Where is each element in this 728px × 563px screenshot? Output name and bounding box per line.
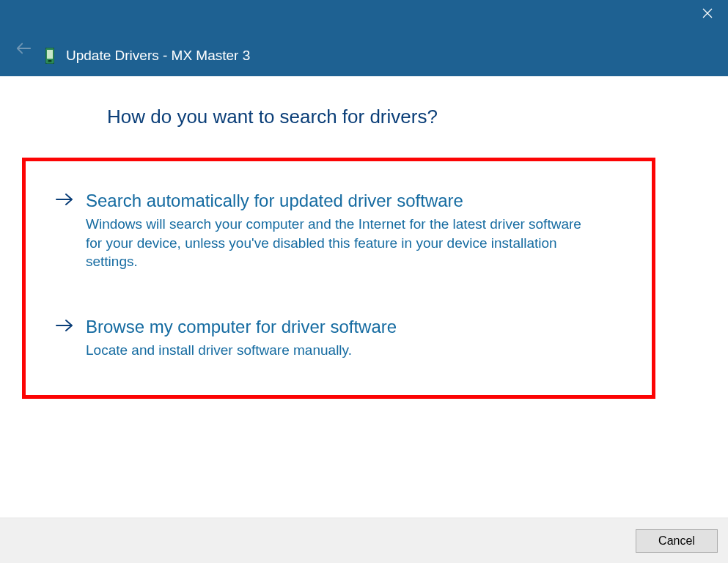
option-title: Browse my computer for driver software [86, 315, 622, 338]
options-highlight-box: Search automatically for updated driver … [22, 158, 655, 399]
window-title: Update Drivers - MX Master 3 [66, 48, 250, 64]
option-search-automatically[interactable]: Search automatically for updated driver … [55, 189, 622, 271]
device-icon [44, 47, 56, 65]
svg-rect-4 [47, 50, 53, 59]
dialog-footer: Cancel [0, 518, 728, 563]
wizard-content: How do you want to search for drivers? S… [0, 76, 728, 399]
close-icon [702, 8, 713, 21]
title-bar: Update Drivers - MX Master 3 [0, 0, 728, 76]
back-arrow-icon [15, 40, 32, 59]
arrow-right-icon [55, 192, 76, 210]
option-description: Windows will search your computer and th… [86, 215, 599, 271]
svg-rect-5 [48, 60, 52, 62]
option-description: Locate and install driver software manua… [86, 341, 599, 360]
option-title: Search automatically for updated driver … [86, 189, 622, 212]
close-button[interactable] [693, 3, 722, 26]
back-button [13, 40, 34, 60]
arrow-right-icon [55, 318, 76, 336]
page-heading: How do you want to search for drivers? [0, 106, 728, 128]
option-browse-computer[interactable]: Browse my computer for driver software L… [55, 315, 622, 360]
cancel-button[interactable]: Cancel [636, 529, 718, 553]
